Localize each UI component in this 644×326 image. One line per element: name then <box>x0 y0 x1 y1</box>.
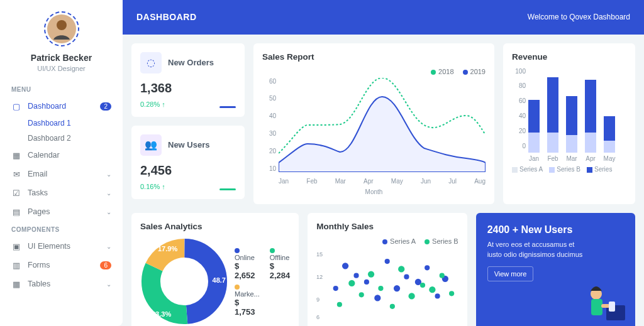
sales-analytics-card: Sales Analytics 17.9% 48.7 33.3% <box>131 213 299 326</box>
sparkline-icon <box>219 188 236 190</box>
person-illustration-icon <box>574 281 630 326</box>
analytics-legend: Online$ 2,652 Offline$ 2,284 Marke...$ 1… <box>235 246 290 317</box>
sidebar-sub-dashboard: Dashboard 1 Dashboard 2 <box>4 116 119 146</box>
orders-icon: ◌ <box>140 52 162 73</box>
page-title: DASHBOARD <box>136 12 197 22</box>
svg-point-0 <box>47 14 76 43</box>
svg-point-29 <box>420 283 425 288</box>
chevron-down-icon: ⌄ <box>106 243 111 250</box>
svg-point-15 <box>394 285 400 291</box>
view-more-button[interactable]: View more <box>487 266 534 281</box>
promo-card: 2400 + New Users At vero eos et accusamu… <box>476 213 635 326</box>
svg-point-17 <box>415 278 421 285</box>
svg-point-14 <box>385 259 390 264</box>
svg-text:15: 15 <box>316 251 323 258</box>
sales-report-card: Sales Report 2018 2019 605040302010 JanF… <box>253 43 494 204</box>
section-label-menu: MENU <box>0 81 123 97</box>
svg-point-11 <box>354 273 359 278</box>
welcome-text: Welcome to Qovex Dashboard <box>528 13 630 21</box>
stat-value: 2,456 <box>140 163 236 178</box>
stat-card-orders: ◌ New Orders 1,368 0.28% ↑ <box>131 43 245 117</box>
svg-point-9 <box>333 286 338 291</box>
x-axis-label: Month <box>262 188 486 195</box>
sidebar-sub-item[interactable]: Dashboard 2 <box>28 131 119 146</box>
sidebar-item-calendar[interactable]: ▦ Calendar <box>4 146 119 165</box>
sidebar-item-email[interactable]: ✉ Email ⌄ <box>4 165 119 183</box>
svg-rect-37 <box>609 302 615 312</box>
pages-icon: ▤ <box>11 207 21 217</box>
email-icon: ✉ <box>11 169 21 179</box>
sales-report-legend: 2018 2019 <box>262 68 486 75</box>
revenue-legend: Series A Series B Series <box>512 166 626 173</box>
sidebar-sub-item[interactable]: Dashboard 1 <box>28 116 119 131</box>
chevron-down-icon: ⌄ <box>106 171 111 178</box>
sidebar-item-forms[interactable]: ▥ Forms 6 <box>4 256 119 274</box>
badge-dashboard: 2 <box>100 102 111 111</box>
svg-point-27 <box>398 266 404 272</box>
topbar: DASHBOARD Welcome to Qovex Dashboard <box>123 0 644 35</box>
svg-rect-36 <box>601 304 610 308</box>
svg-point-25 <box>379 286 384 291</box>
section-label-components: COMPONENTS <box>0 221 123 237</box>
profile-role: UI/UX Designer <box>6 65 116 72</box>
promo-body: At vero eos et accusamus et iusto odio d… <box>487 239 588 260</box>
svg-point-24 <box>368 271 374 277</box>
card-title: Sales Report <box>262 52 486 62</box>
ui-icon: ▣ <box>11 241 21 251</box>
stat-card-users: 👥 New Users 2,456 0.16% ↑ <box>131 126 245 199</box>
svg-point-34 <box>591 288 602 300</box>
svg-point-12 <box>364 279 369 284</box>
card-title: Revenue <box>512 52 626 62</box>
sidebar-item-ui-elements[interactable]: ▣ UI Elements ⌄ <box>4 237 119 256</box>
badge-forms: 6 <box>100 261 111 269</box>
card-title: Monthly Sales <box>316 222 458 231</box>
sidebar: Patrick Becker UI/UX Designer MENU ▢ Das… <box>0 0 123 326</box>
sidebar-item-label: Dashboard <box>28 102 100 111</box>
scatter-chart: 15 12 9 6 <box>316 247 458 323</box>
monthly-legend: Series A Series B <box>316 237 458 245</box>
svg-point-18 <box>425 265 430 270</box>
svg-point-31 <box>440 273 445 278</box>
forms-icon: ▥ <box>11 260 21 270</box>
tables-icon: ▦ <box>11 279 21 289</box>
chevron-down-icon: ⌄ <box>106 190 111 197</box>
svg-point-19 <box>435 293 440 298</box>
svg-point-20 <box>442 275 448 281</box>
promo-title: 2400 + New Users <box>487 224 624 236</box>
revenue-bar-chart: 100806040200 Jan Feb Mar Apr May <box>512 68 626 162</box>
revenue-card: Revenue 100806040200 Jan Feb Mar Apr May… <box>503 43 635 204</box>
donut-chart: 17.9% 48.7 33.3% <box>140 237 228 325</box>
sidebar-item-pages[interactable]: ▤ Pages ⌄ <box>4 202 119 221</box>
chevron-down-icon: ⌄ <box>106 281 111 288</box>
stat-value: 1,368 <box>140 81 236 95</box>
svg-point-3 <box>151 248 218 315</box>
stat-delta: 0.28% ↑ <box>140 101 165 108</box>
svg-point-4 <box>151 248 218 315</box>
svg-point-32 <box>449 291 454 296</box>
svg-point-22 <box>348 280 355 286</box>
svg-text:12: 12 <box>316 273 323 280</box>
svg-point-1 <box>57 20 67 30</box>
svg-text:6: 6 <box>316 314 319 320</box>
sidebar-item-tables[interactable]: ▦ Tables ⌄ <box>4 274 119 293</box>
svg-point-23 <box>359 292 364 297</box>
svg-rect-33 <box>606 305 625 320</box>
svg-point-21 <box>337 302 342 307</box>
profile-name: Patrick Becker <box>6 53 116 63</box>
avatar[interactable] <box>44 11 79 46</box>
svg-point-2 <box>151 248 218 315</box>
svg-point-28 <box>409 293 415 299</box>
svg-point-16 <box>404 274 409 279</box>
users-icon: 👥 <box>140 134 162 156</box>
sales-line-chart: 605040302010 JanFebMarAprMayJunJulAug <box>262 78 486 185</box>
svg-point-26 <box>390 303 395 308</box>
tasks-icon: ☑ <box>11 188 21 198</box>
svg-rect-35 <box>591 299 602 315</box>
svg-point-30 <box>430 286 436 293</box>
monthly-sales-card: Monthly Sales Series A Series B 15 12 9 … <box>308 213 467 326</box>
card-title: Sales Analytics <box>140 222 290 231</box>
svg-text:9: 9 <box>316 296 319 302</box>
sidebar-item-tasks[interactable]: ☑ Tasks ⌄ <box>4 183 119 202</box>
svg-point-10 <box>342 263 348 269</box>
sidebar-item-dashboard[interactable]: ▢ Dashboard 2 <box>4 97 119 116</box>
